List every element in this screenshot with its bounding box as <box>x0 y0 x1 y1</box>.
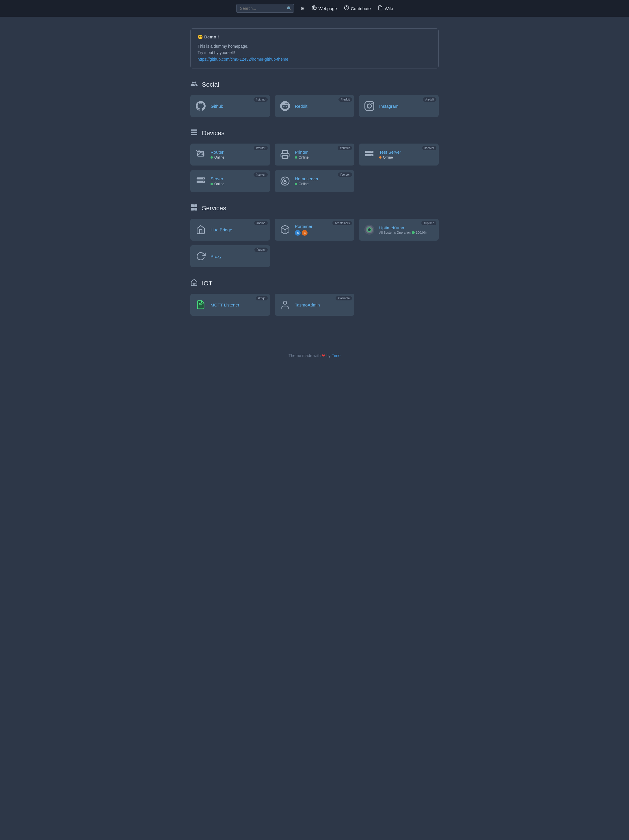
router-status-text: Online <box>214 155 224 159</box>
homeserver-icon <box>279 175 291 187</box>
server-card[interactable]: Server Online #server <box>190 170 270 192</box>
mqtt-card[interactable]: MQTT Listener #mqtt <box>190 294 270 316</box>
contribute-link[interactable]: Contribute <box>344 5 371 11</box>
uptime-info: All Systems Operation 100.0% <box>379 231 434 234</box>
uptime-row: All Systems Operation 100.0% <box>379 231 434 234</box>
portainer-icon <box>279 224 291 235</box>
router-card[interactable]: Router Online #router <box>190 144 270 166</box>
uptimekuma-card-name: UptimeKuma <box>379 225 434 230</box>
iot-cards-grid: MQTT Listener #mqtt TasmoAdmin #tasmota <box>190 294 439 316</box>
server-tag: #server <box>254 172 268 177</box>
footer-author-link[interactable]: Timo <box>331 353 341 358</box>
server-icon <box>195 175 207 187</box>
social-section-title: Social <box>202 81 219 88</box>
printer-tag: #printer <box>337 146 352 150</box>
reddit-tag: #reddit <box>339 97 352 102</box>
uptime-status-text: All Systems Operation <box>379 231 411 234</box>
webpage-icon <box>312 5 317 11</box>
github-tag: #github <box>254 97 268 102</box>
test-server-status: Offline <box>379 155 434 159</box>
reddit-card-name: Reddit <box>295 104 350 109</box>
router-icon <box>195 149 207 160</box>
svg-rect-23 <box>197 181 205 183</box>
homeserver-status-dot <box>295 183 297 185</box>
iot-section-header: IOT <box>190 279 439 288</box>
test-server-icon <box>364 149 375 160</box>
svg-point-24 <box>203 178 203 179</box>
reddit-card-content: Reddit <box>295 104 350 109</box>
uptimekuma-icon <box>364 224 375 235</box>
search-input[interactable] <box>236 4 294 13</box>
printer-status-text: Online <box>299 155 309 159</box>
tasmoadmin-card[interactable]: TasmoAdmin #tasmota <box>275 294 354 316</box>
tasmoadmin-tag: #tasmota <box>336 296 352 300</box>
portainer-badges: 8 3 <box>295 230 350 236</box>
router-tag: #router <box>254 146 268 150</box>
homeserver-status-text: Online <box>299 182 309 186</box>
instagram-icon <box>364 100 375 112</box>
svg-point-25 <box>203 182 203 182</box>
router-status-dot <box>211 156 213 159</box>
router-status: Online <box>211 155 265 159</box>
proxy-card[interactable]: Proxy #proxy <box>190 245 270 267</box>
reddit-card[interactable]: Reddit #reddit <box>275 95 354 117</box>
instagram-tag: #reddit <box>423 97 437 102</box>
printer-status-dot <box>295 156 297 159</box>
services-section-header: Services <box>190 204 439 213</box>
router-card-content: Router Online <box>211 150 265 159</box>
devices-cards-grid: Router Online #router <box>190 144 439 192</box>
hue-bridge-tag: #home <box>254 221 268 225</box>
test-server-tag: #server <box>422 146 437 150</box>
services-section: Services Hue Bridge #home <box>190 204 439 267</box>
reddit-icon <box>279 100 291 112</box>
printer-card-name: Printer <box>295 150 350 155</box>
github-card-name: Github <box>211 104 265 109</box>
proxy-icon <box>195 250 207 262</box>
iot-section-title: IOT <box>202 279 213 287</box>
webpage-label: Webpage <box>318 6 337 11</box>
search-button[interactable]: 🔍 <box>287 6 292 11</box>
test-server-card[interactable]: Test Server Offline #server <box>359 144 439 166</box>
wiki-icon <box>378 5 383 11</box>
uptime-dot <box>412 231 415 234</box>
mqtt-card-content: MQTT Listener <box>211 302 265 307</box>
github-card[interactable]: Github #github <box>190 95 270 117</box>
demo-box: 😊 Demo ! This is a dummy homepage. Try i… <box>190 28 439 68</box>
wiki-link[interactable]: Wiki <box>378 5 393 11</box>
portainer-badge-orange: 3 <box>302 230 307 236</box>
hue-bridge-card-content: Hue Bridge <box>211 227 265 232</box>
instagram-card[interactable]: Instagram #reddit <box>359 95 439 117</box>
footer-heart: ❤ <box>322 353 326 358</box>
router-card-name: Router <box>211 150 265 155</box>
iot-section-icon <box>190 279 198 288</box>
hue-bridge-card[interactable]: Hue Bridge #home <box>190 219 270 241</box>
svg-rect-28 <box>191 204 194 207</box>
hue-bridge-card-name: Hue Bridge <box>211 227 265 232</box>
homeserver-card[interactable]: Homeserver Online #server <box>275 170 354 192</box>
social-section-header: Social <box>190 80 439 89</box>
svg-point-3 <box>346 9 347 9</box>
portainer-badge-blue: 8 <box>295 230 301 236</box>
devices-section-title: Devices <box>202 129 224 137</box>
test-server-card-name: Test Server <box>379 150 434 155</box>
svg-rect-17 <box>283 155 288 159</box>
uptimekuma-card-content: UptimeKuma All Systems Operation 100.0% <box>379 225 434 234</box>
devices-section-header: Devices <box>190 128 439 138</box>
social-section: Social Github #github <box>190 80 439 117</box>
proxy-card-content: Proxy <box>211 254 265 259</box>
portainer-card-content: Portainer 8 3 <box>295 224 350 236</box>
demo-title: 😊 Demo ! <box>197 35 432 39</box>
mqtt-icon <box>195 299 207 311</box>
devices-section: Devices Router <box>190 128 439 192</box>
webpage-link[interactable]: Webpage <box>312 5 337 11</box>
contribute-icon <box>344 5 349 11</box>
homeserver-card-content: Homeserver Online <box>295 176 350 186</box>
printer-card[interactable]: Printer Online #printer <box>275 144 354 166</box>
demo-link[interactable]: https://github.com/tim0-12432/homer-gith… <box>197 57 288 62</box>
svg-rect-30 <box>191 208 194 211</box>
tasmoadmin-card-content: TasmoAdmin <box>295 302 350 307</box>
portainer-card[interactable]: Portainer 8 3 #containers <box>275 219 354 241</box>
uptimekuma-card[interactable]: UptimeKuma All Systems Operation 100.0% … <box>359 219 439 241</box>
layout-toggle-button[interactable]: ⊞ <box>301 6 305 11</box>
svg-rect-31 <box>194 208 197 211</box>
